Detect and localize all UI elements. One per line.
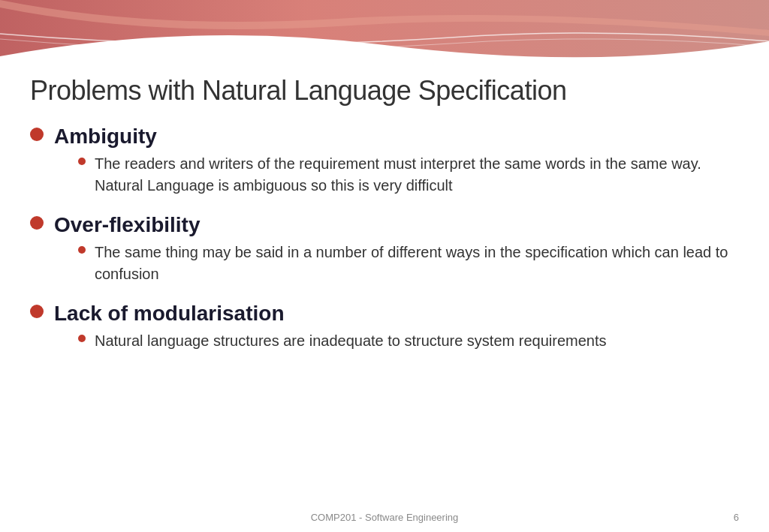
main-list: Ambiguity The readers and writers of the… [30,125,739,368]
sub-list: The same thing may be said in a number o… [78,242,739,285]
footer-course-label: COMP201 - Software Engineering [311,512,459,523]
footer-page-number: 6 [734,512,739,523]
sub-text: The readers and writers of the requireme… [95,153,739,197]
bullet-icon [30,305,44,318]
bullet-icon [30,216,44,230]
list-item: Lack of modularisation Natural language … [30,302,739,355]
sub-bullet-icon [78,335,86,342]
section-heading: Ambiguity [54,125,739,149]
section-heading: Over-flexibility [54,213,739,237]
sub-list: Natural language structures are inadequa… [78,330,606,352]
sub-bullet-icon [78,158,86,165]
slide-content: Problems with Natural Language Specifica… [30,68,739,502]
slide-title: Problems with Natural Language Specifica… [30,75,739,107]
footer: COMP201 - Software Engineering 6 [0,512,769,523]
list-item: Over-flexibility The same thing may be s… [30,213,739,288]
list-item: The same thing may be said in a number o… [78,242,739,285]
sub-text: Natural language structures are inadequa… [95,330,606,352]
sub-text: The same thing may be said in a number o… [95,242,739,285]
list-item: Ambiguity The readers and writers of the… [30,125,739,200]
bullet-icon [30,128,44,141]
list-item: Natural language structures are inadequa… [78,330,606,352]
list-item: The readers and writers of the requireme… [78,153,739,197]
top-banner [0,0,769,68]
sub-list: The readers and writers of the requireme… [78,153,739,197]
slide: Problems with Natural Language Specifica… [0,0,769,532]
sub-bullet-icon [78,246,86,254]
section-heading: Lack of modularisation [54,302,606,326]
